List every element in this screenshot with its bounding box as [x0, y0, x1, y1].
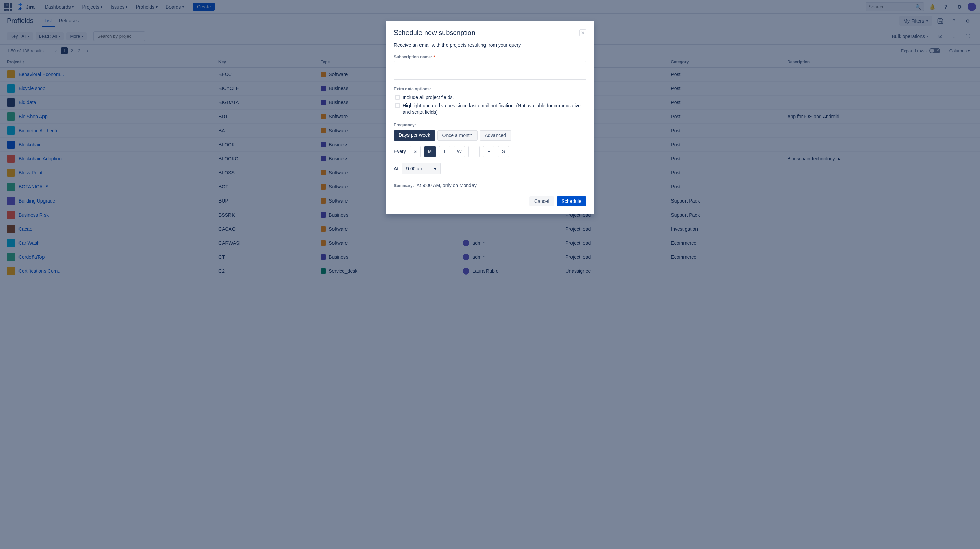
modal-overlay: Schedule new subscription ✕ Receive an e… [0, 0, 980, 549]
extra-data-label: Extra data options: [394, 87, 586, 91]
frequency-label: Frequency: [394, 123, 586, 128]
schedule-subscription-modal: Schedule new subscription ✕ Receive an e… [385, 21, 595, 214]
highlight-updated-label: Highlight updated values since last emai… [402, 102, 586, 116]
at-label: At [394, 166, 398, 171]
time-select[interactable]: 9:00 am ▾ [402, 163, 441, 174]
summary-label: Summary: [394, 184, 414, 188]
schedule-button[interactable]: Schedule [557, 196, 586, 206]
day-thu[interactable]: T [468, 146, 480, 157]
day-fri[interactable]: F [483, 146, 495, 157]
modal-title: Schedule new subscription [394, 29, 475, 37]
subscription-name-label: Subscription name: * [394, 54, 586, 59]
summary-text: At 9:00 AM, only on Monday [417, 183, 477, 188]
include-all-fields-label: Include all project fields. [402, 94, 454, 101]
day-sun[interactable]: S [409, 146, 421, 157]
modal-description: Receive an email with the projects resul… [394, 42, 586, 48]
every-label: Every [394, 149, 406, 154]
close-icon[interactable]: ✕ [579, 29, 586, 36]
chevron-down-icon: ▾ [434, 166, 436, 171]
cancel-button[interactable]: Cancel [530, 196, 554, 206]
include-all-fields-checkbox[interactable] [395, 95, 400, 100]
day-wed[interactable]: W [454, 146, 465, 157]
day-mon[interactable]: M [424, 146, 436, 157]
freq-days-per-week[interactable]: Days per week [394, 130, 435, 140]
day-tue[interactable]: T [439, 146, 450, 157]
freq-once-a-month[interactable]: Once a month [437, 130, 478, 140]
highlight-updated-checkbox[interactable] [395, 103, 400, 108]
freq-advanced[interactable]: Advanced [480, 130, 511, 140]
subscription-name-input[interactable] [394, 61, 586, 80]
day-sat[interactable]: S [498, 146, 509, 157]
